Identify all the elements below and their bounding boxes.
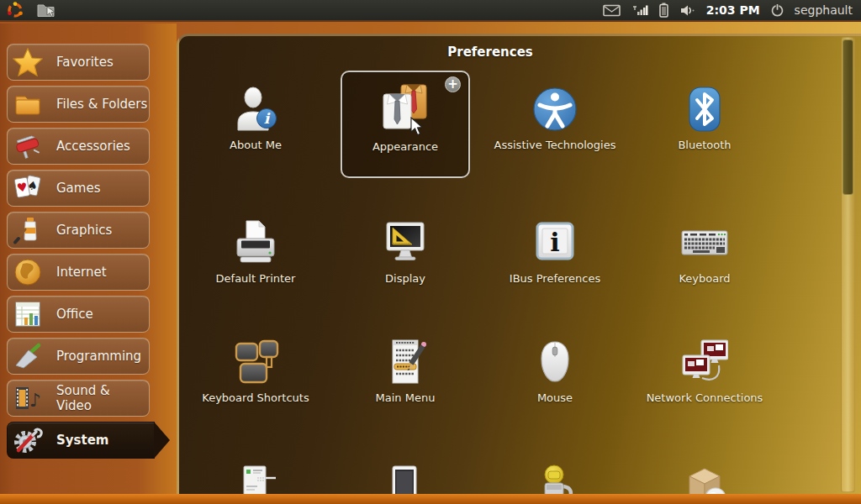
tile-label: Bluetooth: [678, 139, 731, 153]
tile-label: Appearance: [372, 140, 438, 155]
sidebar-label: Internet: [56, 265, 107, 280]
page-title: Preferences: [179, 45, 801, 60]
sidebar-item-programming[interactable]: Programming: [7, 338, 150, 375]
tile-mouse[interactable]: Mouse: [490, 332, 620, 406]
spreadsheet-icon: [13, 299, 43, 329]
bluetooth-icon: [681, 71, 728, 133]
category-sidebar: Favorites Files & Folders Accessories: [0, 24, 177, 494]
sidebar-item-favorites[interactable]: Favorites: [7, 44, 150, 81]
menu-pencil-icon: [382, 332, 429, 386]
tile-keyboard-shortcuts[interactable]: Keyboard Shortcuts: [191, 332, 320, 406]
gear-icon: [13, 425, 43, 455]
handheld-icon: [382, 458, 429, 494]
sidebar-item-games[interactable]: ♠ ♥ Games: [7, 170, 150, 207]
sidebar-label: Accessories: [56, 139, 130, 154]
mail-icon[interactable]: [603, 4, 621, 17]
sidebar-item-files-folders[interactable]: Files & Folders: [7, 86, 150, 123]
tile-appearance[interactable]: + Appearance: [341, 71, 470, 178]
svg-text:♪: ♪: [29, 390, 41, 411]
grid-row-1: i About Me + Appearance: [181, 71, 783, 178]
tile-assistive-technologies[interactable]: Assistive Technologies: [490, 71, 620, 178]
tile-label: Main Menu: [376, 391, 436, 406]
scrollbar-thumb[interactable]: [843, 39, 853, 195]
sidebar-item-office[interactable]: Office: [7, 296, 150, 333]
two-monitors-icon: [681, 332, 728, 386]
paint-tube-icon: [13, 215, 43, 245]
tile-default-printer[interactable]: Default Printer: [191, 213, 320, 286]
sidebar-label: Sound & Video: [56, 383, 149, 413]
tile-network-connections[interactable]: Network Connections: [640, 332, 769, 406]
sidebar-item-graphics[interactable]: Graphics: [7, 212, 150, 249]
star-icon: [13, 47, 43, 77]
sidebar-label: Favorites: [56, 55, 114, 70]
power-bulb-icon: [531, 458, 578, 494]
monitor-ruler-icon: [382, 213, 429, 266]
tile-keyboard[interactable]: Keyboard: [640, 213, 769, 286]
server-icon: [232, 458, 279, 494]
keyboard-icon: [679, 213, 730, 266]
sidebar-item-sound-video[interactable]: ♪ Sound & Video: [7, 380, 150, 417]
tile-label: Keyboard Shortcuts: [202, 391, 309, 406]
sidebar-label: System: [56, 433, 108, 448]
plus-badge: +: [445, 76, 461, 92]
tile-bluetooth[interactable]: Bluetooth: [640, 71, 769, 178]
ubuntu-logo-icon[interactable]: [7, 2, 24, 18]
sidebar-item-accessories[interactable]: Accessories: [7, 128, 150, 165]
clock[interactable]: 2:03 PM: [706, 3, 760, 17]
i-keycap-icon: i: [531, 213, 578, 266]
swiss-knife-icon: [13, 131, 43, 161]
printer-icon: [232, 213, 279, 266]
package-box-icon: [681, 458, 728, 494]
launcher-panel: Preferences i About Me +: [177, 34, 861, 494]
globe-icon: [13, 257, 43, 287]
username[interactable]: segphault: [795, 3, 853, 17]
sidebar-item-system[interactable]: System: [7, 422, 155, 459]
tile-display[interactable]: Display: [341, 213, 470, 286]
tile-partial-1[interactable]: [191, 458, 320, 494]
tile-ibus-preferences[interactable]: i IBus Preferences: [490, 213, 620, 286]
tile-label: About Me: [230, 139, 282, 153]
playing-cards-icon: ♠ ♥: [13, 173, 43, 203]
mouse-icon: [531, 332, 578, 386]
tile-label: Keyboard: [679, 272, 730, 286]
sidebar-item-internet[interactable]: Internet: [7, 254, 150, 291]
tile-main-menu[interactable]: Main Menu: [341, 332, 470, 406]
sidebar-label: Files & Folders: [56, 97, 147, 112]
scrollbar-track[interactable]: [841, 37, 855, 492]
sidebar-label: Programming: [56, 349, 141, 364]
keys-icon: [232, 332, 279, 386]
grid-row-3: Keyboard Shortcuts: [181, 332, 783, 406]
tile-partial-2[interactable]: [341, 458, 470, 494]
top-panel: 2:03 PM segphault: [0, 0, 861, 22]
folder-icon: [13, 89, 43, 119]
tile-label: Assistive Technologies: [494, 139, 616, 153]
tile-about-me[interactable]: i About Me: [191, 71, 320, 178]
network-signal-icon[interactable]: [631, 3, 648, 17]
shirts-icon: [378, 72, 432, 134]
tile-label: Mouse: [537, 391, 573, 406]
grid-row-2: Default Printer Display: [181, 213, 783, 286]
file-manager-icon[interactable]: [37, 3, 57, 18]
accessibility-icon: [531, 71, 578, 133]
sidebar-label: Games: [56, 181, 100, 196]
power-icon[interactable]: [771, 4, 784, 17]
trowel-icon: [13, 341, 43, 371]
person-info-icon: i: [232, 71, 279, 133]
tile-label: IBus Preferences: [510, 272, 600, 286]
svg-text:i: i: [550, 228, 559, 257]
grid-row-4: [181, 458, 783, 494]
tile-partial-4[interactable]: [640, 458, 769, 494]
sidebar-label: Graphics: [56, 223, 112, 238]
media-icon: ♪: [13, 383, 43, 413]
tile-partial-3[interactable]: [490, 458, 620, 494]
tile-label: Display: [385, 272, 425, 286]
sidebar-label: Office: [56, 307, 93, 322]
volume-icon[interactable]: [679, 4, 695, 17]
desktop-bottom-strip: [0, 494, 861, 504]
battery-icon[interactable]: [659, 3, 668, 18]
tile-label: Default Printer: [216, 272, 296, 286]
tile-label: Network Connections: [647, 391, 763, 406]
